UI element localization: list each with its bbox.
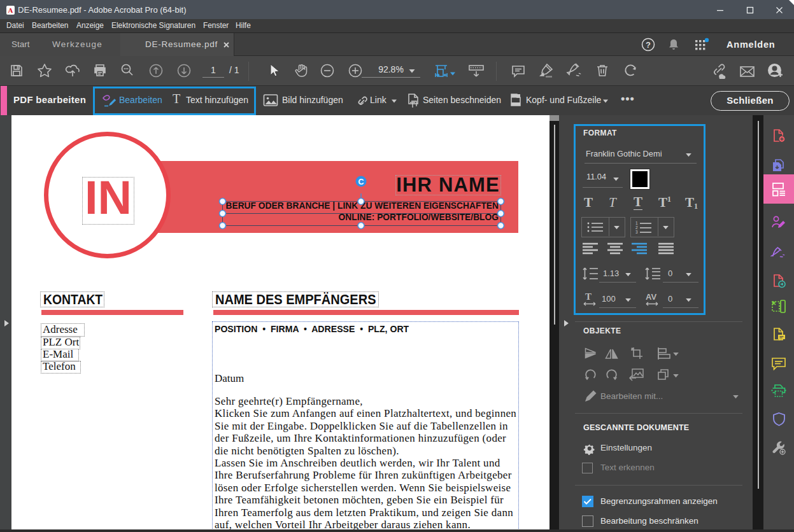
svg-text:T: T xyxy=(585,291,592,302)
svg-text:1: 1 xyxy=(635,221,638,225)
svg-text:2: 2 xyxy=(635,225,638,230)
svg-text:AV: AV xyxy=(646,292,656,302)
svg-text:?: ? xyxy=(646,40,651,50)
svg-text:3: 3 xyxy=(635,230,638,234)
svg-text:C: C xyxy=(358,178,364,186)
